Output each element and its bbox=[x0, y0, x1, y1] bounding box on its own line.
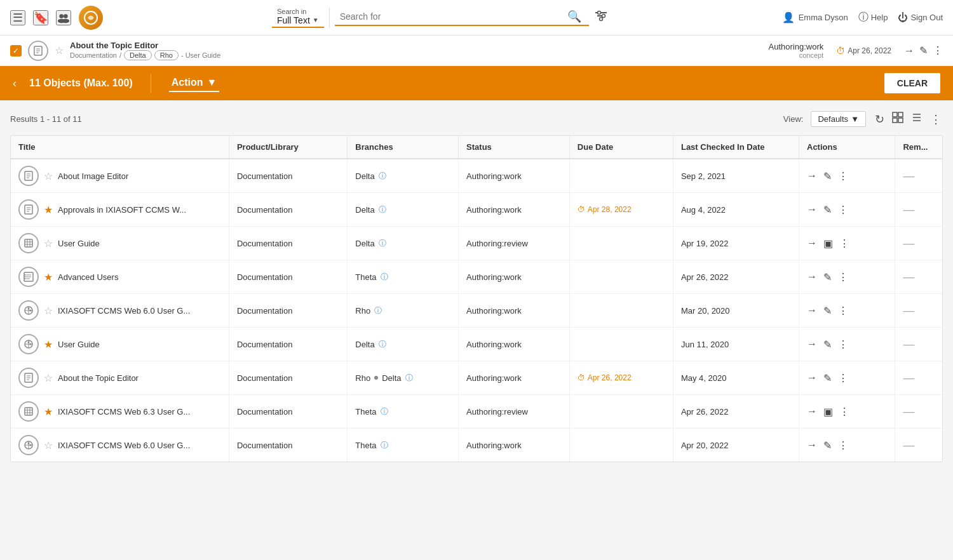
svg-point-40 bbox=[25, 276, 26, 277]
edit-button[interactable]: ✎ bbox=[823, 439, 832, 451]
cell-title-6: ☆ About the Topic Editor bbox=[11, 361, 229, 395]
row-star-icon[interactable]: ☆ bbox=[44, 170, 53, 182]
cell-rem-4: — bbox=[895, 294, 942, 328]
signout-button[interactable]: ⏻ Sign Out bbox=[898, 12, 943, 23]
row-star-icon[interactable]: ☆ bbox=[44, 237, 53, 250]
table-row: ☆ User Guide DocumentationDelta ⓘAuthori… bbox=[11, 227, 942, 260]
row-title-text: Advanced Users bbox=[58, 272, 118, 282]
row-more-button[interactable]: ⋮ bbox=[838, 338, 848, 350]
edit-button[interactable]: ✎ bbox=[823, 305, 832, 317]
filter-columns-button[interactable] bbox=[910, 110, 924, 128]
collapse-button[interactable]: ‹ bbox=[13, 77, 17, 90]
row-star-icon[interactable]: ☆ bbox=[44, 372, 53, 384]
row-more-button[interactable]: ⋮ bbox=[838, 170, 848, 182]
svg-point-41 bbox=[25, 278, 26, 279]
arrow-right-button[interactable]: → bbox=[904, 45, 914, 57]
cell-status-5: Authoring:work bbox=[459, 328, 570, 361]
row-star-icon[interactable]: ☆ bbox=[44, 305, 53, 317]
help-button[interactable]: ⓘ Help bbox=[858, 11, 888, 24]
star-icon[interactable]: ☆ bbox=[55, 44, 64, 57]
cell-checkin-0: Sep 2, 2021 bbox=[673, 159, 799, 193]
row-more-button[interactable]: ⋮ bbox=[838, 439, 848, 451]
cell-branch-3: Theta ⓘ bbox=[348, 260, 459, 294]
action-bar: ‹ 11 Objects (Max. 100) Action ▼ CLEAR bbox=[0, 66, 953, 100]
help-icon: ⓘ bbox=[858, 11, 869, 24]
table-scroll-area[interactable]: Title Product/Library Branches Status Du… bbox=[11, 136, 942, 462]
row-arrow-button[interactable]: → bbox=[807, 338, 817, 350]
cell-branch-8: Theta ⓘ bbox=[348, 429, 459, 462]
row-star-icon[interactable]: ★ bbox=[44, 271, 53, 283]
row-more-button[interactable]: ⋮ bbox=[838, 204, 848, 216]
filter-button[interactable] bbox=[589, 10, 613, 25]
action-bar-divider bbox=[151, 74, 151, 93]
edit-button[interactable]: ✎ bbox=[823, 372, 832, 384]
cell-rem-6: — bbox=[895, 361, 942, 395]
edit-button[interactable]: ✎ bbox=[823, 271, 832, 283]
row-arrow-button[interactable]: → bbox=[807, 372, 817, 383]
cell-branch-2: Delta ⓘ bbox=[348, 227, 459, 260]
table-row: ★ Approvals in IXIASOFT CCMS W... Docume… bbox=[11, 193, 942, 227]
search-button[interactable]: 🔍 bbox=[565, 10, 584, 23]
bookmark-icon-button[interactable]: 🔖 bbox=[33, 10, 48, 25]
edit-button[interactable]: ✎ bbox=[919, 44, 928, 57]
row-star-icon[interactable]: ★ bbox=[44, 338, 53, 350]
svg-rect-17 bbox=[893, 118, 897, 123]
row-star-icon[interactable]: ★ bbox=[44, 204, 53, 216]
chat-button[interactable]: ▣ bbox=[823, 406, 833, 418]
title-cell-content: ★ Approvals in IXIASOFT CCMS W... bbox=[18, 199, 221, 220]
search-input[interactable] bbox=[340, 11, 565, 22]
table-row: ☆ IXIASOFT CCMS Web 6.0 User G... Docume… bbox=[11, 294, 942, 328]
team-icon-button[interactable] bbox=[56, 10, 71, 25]
row-star-icon[interactable]: ★ bbox=[44, 406, 53, 418]
results-toolbar-icons: ↻ ⋮ bbox=[874, 110, 943, 128]
row-more-button[interactable]: ⋮ bbox=[839, 237, 849, 250]
svg-point-45 bbox=[28, 308, 30, 310]
objects-count: 11 Objects (Max. 100) bbox=[29, 77, 133, 89]
row-more-button[interactable]: ⋮ bbox=[838, 305, 848, 317]
power-icon: ⏻ bbox=[898, 12, 908, 23]
edit-button[interactable]: ✎ bbox=[823, 338, 832, 350]
grid-view-button[interactable] bbox=[891, 110, 905, 128]
cell-due-7 bbox=[569, 395, 673, 429]
svg-point-65 bbox=[30, 444, 32, 446]
user-name: Emma Dyson bbox=[799, 13, 848, 22]
edit-button[interactable]: ✎ bbox=[823, 170, 832, 182]
cell-title-1: ★ Approvals in IXIASOFT CCMS W... bbox=[11, 193, 229, 227]
hamburger-menu-button[interactable]: ☰ bbox=[10, 10, 25, 25]
cell-title-8: ☆ IXIASOFT CCMS Web 6.0 User G... bbox=[11, 429, 229, 462]
refresh-button[interactable]: ↻ bbox=[874, 111, 886, 128]
row-arrow-button[interactable]: → bbox=[807, 305, 817, 316]
row-more-button[interactable]: ⋮ bbox=[839, 406, 849, 418]
view-label: View: bbox=[783, 114, 804, 124]
search-in-dropdown[interactable]: Search in Full Text ▼ bbox=[272, 8, 324, 28]
item-due-date: ⏱ Apr 26, 2022 bbox=[836, 46, 891, 56]
chat-button[interactable]: ▣ bbox=[823, 237, 833, 250]
title-cell-content: ☆ User Guide bbox=[18, 233, 221, 253]
search-in-value: Full Text bbox=[277, 15, 310, 25]
nav-icons: ☰ 🔖 bbox=[10, 6, 103, 30]
cell-status-2: Authoring:review bbox=[459, 227, 570, 260]
col-branches: Branches bbox=[348, 136, 459, 159]
row-arrow-button[interactable]: → bbox=[807, 406, 817, 417]
row-star-icon[interactable]: ☆ bbox=[44, 439, 53, 451]
cell-status-8: Authoring:work bbox=[459, 429, 570, 462]
more-options-button[interactable]: ⋮ bbox=[933, 44, 943, 57]
edit-button[interactable]: ✎ bbox=[823, 204, 832, 216]
row-more-button[interactable]: ⋮ bbox=[838, 271, 848, 283]
row-title-text: IXIASOFT CCMS Web 6.3 User G... bbox=[58, 407, 190, 417]
row-arrow-button[interactable]: → bbox=[807, 204, 817, 215]
row-arrow-button[interactable]: → bbox=[807, 439, 817, 451]
row-more-button[interactable]: ⋮ bbox=[838, 372, 848, 384]
action-dropdown-button[interactable]: Action ▼ bbox=[169, 74, 220, 92]
row-arrow-button[interactable]: → bbox=[807, 271, 817, 283]
row-arrow-button[interactable]: → bbox=[807, 237, 817, 249]
clear-button[interactable]: CLEAR bbox=[884, 73, 940, 93]
row-arrow-button[interactable]: → bbox=[807, 170, 817, 182]
more-results-button[interactable]: ⋮ bbox=[929, 111, 943, 128]
title-cell-content: ☆ IXIASOFT CCMS Web 6.0 User G... bbox=[18, 435, 221, 455]
row-type-icon bbox=[18, 199, 39, 220]
view-dropdown[interactable]: Defaults ▼ bbox=[811, 111, 866, 127]
item-checkbox[interactable]: ✓ bbox=[10, 45, 22, 57]
cell-rem-2: — bbox=[895, 227, 942, 260]
user-icon: 👤 bbox=[782, 11, 795, 23]
